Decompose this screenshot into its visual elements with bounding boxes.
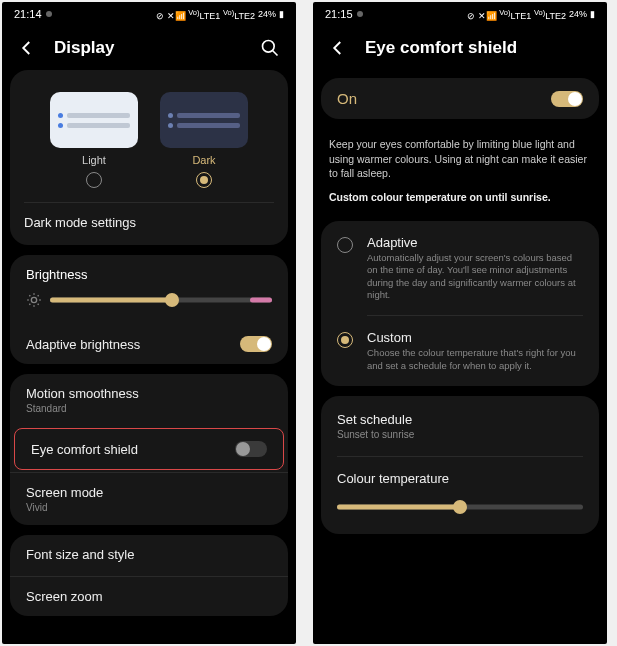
status-time: 21:15: [325, 8, 353, 20]
brightness-title: Brightness: [26, 267, 272, 282]
custom-radio[interactable]: [337, 332, 353, 348]
theme-dark-preview: [160, 92, 248, 148]
svg-point-0: [263, 41, 275, 53]
dark-mode-settings-label: Dark mode settings: [24, 215, 136, 230]
text-section: Font size and style Screen zoom: [10, 535, 288, 616]
theme-dark-radio[interactable]: [196, 172, 212, 188]
status-dot-icon: [46, 11, 52, 17]
display-settings-screen: 21:14 ⊘ ✕📶 Vo)LTE1 Vo)LTE2 24% ▮ Display…: [2, 2, 296, 644]
eye-comfort-screen: 21:15 ⊘ ✕📶 Vo)LTE1 Vo)LTE2 24% ▮ Eye com…: [313, 2, 607, 644]
motion-smoothness-label: Motion smoothness: [26, 386, 139, 401]
zoom-label: Screen zoom: [26, 589, 103, 604]
status-bar: 21:15 ⊘ ✕📶 Vo)LTE1 Vo)LTE2 24% ▮: [313, 2, 607, 26]
on-toggle[interactable]: [551, 91, 583, 107]
description-text: Keep your eyes comfortable by limiting b…: [313, 129, 607, 185]
header: Display: [2, 26, 296, 70]
page-title: Eye comfort shield: [365, 38, 591, 58]
on-block: On: [321, 78, 599, 119]
status-indicators: ⊘ ✕📶 Vo)LTE1 Vo)LTE2: [156, 8, 255, 21]
adaptive-brightness-toggle[interactable]: [240, 336, 272, 352]
on-label: On: [337, 90, 357, 107]
search-icon[interactable]: [260, 38, 280, 58]
brightness-section: Brightness Adaptive brightness: [10, 255, 288, 364]
screen-mode-sub: Vivid: [26, 502, 103, 513]
theme-light-option[interactable]: Light: [50, 92, 138, 188]
theme-light-preview: [50, 92, 138, 148]
status-time: 21:14: [14, 8, 42, 20]
schedule-row[interactable]: Set schedule Sunset to sunrise: [321, 400, 599, 452]
adaptive-brightness-row[interactable]: Adaptive brightness: [10, 324, 288, 364]
dark-mode-settings-row[interactable]: Dark mode settings: [24, 213, 274, 231]
back-icon[interactable]: [329, 39, 347, 57]
eye-comfort-toggle[interactable]: [235, 441, 267, 457]
zoom-row[interactable]: Screen zoom: [10, 576, 288, 616]
status-dot-icon: [357, 11, 363, 17]
brightness-icon: [26, 292, 42, 308]
theme-light-radio[interactable]: [86, 172, 102, 188]
theme-light-label: Light: [82, 154, 106, 166]
screen-mode-row[interactable]: Screen mode Vivid: [10, 472, 288, 525]
header: Eye comfort shield: [313, 26, 607, 70]
schedule-block: Set schedule Sunset to sunrise Colour te…: [321, 396, 599, 534]
custom-sub: Choose the colour temperature that's rig…: [367, 347, 583, 372]
theme-dark-option[interactable]: Dark: [160, 92, 248, 188]
custom-title: Custom: [367, 330, 583, 345]
svg-point-1: [31, 297, 36, 302]
display-options-section: Motion smoothness Standard Eye comfort s…: [10, 374, 288, 525]
status-battery: 24%: [569, 9, 587, 19]
schedule-sub: Sunset to sunrise: [337, 429, 583, 440]
eye-comfort-row[interactable]: Eye comfort shield: [14, 428, 284, 470]
motion-smoothness-sub: Standard: [26, 403, 139, 414]
status-indicators: ⊘ ✕📶 Vo)LTE1 Vo)LTE2: [467, 8, 566, 21]
back-icon[interactable]: [18, 39, 36, 57]
custom-option[interactable]: Custom Choose the colour temperature tha…: [321, 320, 599, 382]
font-row[interactable]: Font size and style: [10, 535, 288, 574]
status-bar: 21:14 ⊘ ✕📶 Vo)LTE1 Vo)LTE2 24% ▮: [2, 2, 296, 26]
adaptive-option[interactable]: Adaptive Automatically adjust your scree…: [321, 225, 599, 311]
eye-comfort-label: Eye comfort shield: [31, 442, 138, 457]
schedule-title: Set schedule: [337, 412, 583, 427]
motion-smoothness-row[interactable]: Motion smoothness Standard: [10, 374, 288, 426]
status-battery: 24%: [258, 9, 276, 19]
description-status: Custom colour temperature on until sunri…: [313, 185, 607, 213]
mode-options-block: Adaptive Automatically adjust your scree…: [321, 221, 599, 386]
adaptive-title: Adaptive: [367, 235, 583, 250]
screen-mode-label: Screen mode: [26, 485, 103, 500]
brightness-slider[interactable]: [50, 293, 272, 307]
adaptive-radio[interactable]: [337, 237, 353, 253]
font-label: Font size and style: [26, 547, 134, 562]
temperature-title: Colour temperature: [337, 471, 583, 486]
temperature-row: Colour temperature: [321, 461, 599, 530]
theme-dark-label: Dark: [192, 154, 215, 166]
battery-icon: ▮: [590, 9, 595, 19]
page-title: Display: [54, 38, 242, 58]
adaptive-brightness-label: Adaptive brightness: [26, 337, 140, 352]
temperature-slider[interactable]: [337, 500, 583, 514]
theme-section: Light Dark Dark mode settings: [10, 70, 288, 245]
adaptive-sub: Automatically adjust your screen's colou…: [367, 252, 583, 301]
battery-icon: ▮: [279, 9, 284, 19]
